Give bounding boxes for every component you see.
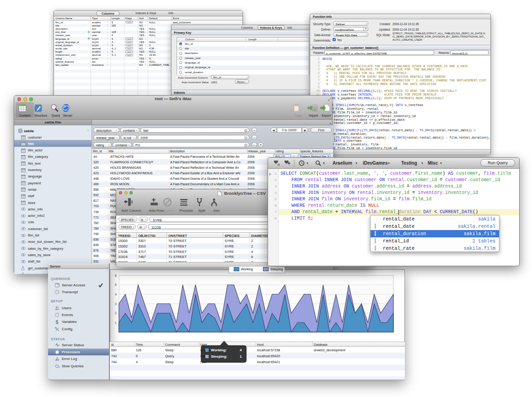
svg-text:5: 5 [115,283,117,286]
svg-text:6: 6 [115,274,117,277]
svg-text:$: $ [56,320,59,324]
svg-text:3: 3 [115,302,117,306]
svg-text:1: 1 [115,321,117,324]
svg-text:2: 2 [115,311,117,315]
svg-text:4: 4 [115,293,117,296]
